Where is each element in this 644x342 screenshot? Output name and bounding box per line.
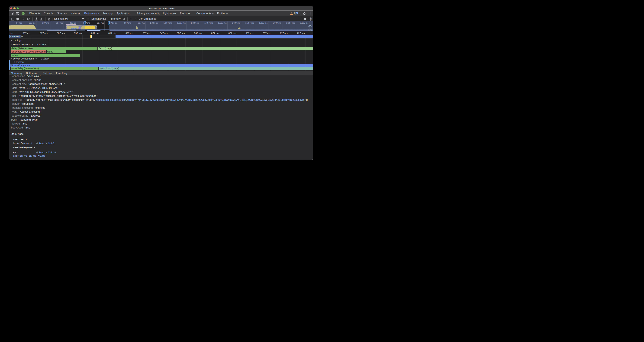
svg-text:?: ? <box>310 18 311 20</box>
